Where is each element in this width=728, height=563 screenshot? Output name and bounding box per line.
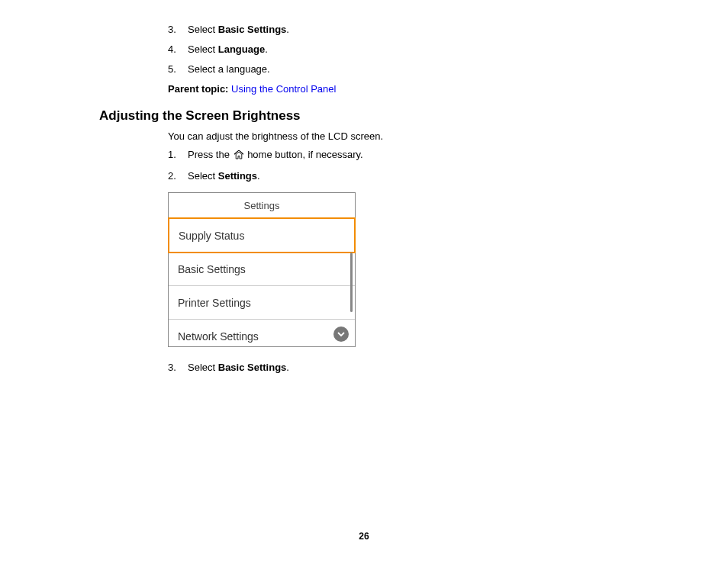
list-item: 2. Select Settings. xyxy=(168,169,636,183)
settings-screen: Settings Supply Status Basic Settings Pr… xyxy=(168,192,356,347)
intro-text: You can adjust the brightness of the LCD… xyxy=(168,130,636,142)
list-text: Select Settings. xyxy=(188,169,260,183)
settings-menu-list: Supply Status Basic Settings Printer Set… xyxy=(169,217,355,346)
scroll-down-button[interactable] xyxy=(333,327,349,342)
list-number: 5. xyxy=(168,63,188,76)
list-text: Select a language. xyxy=(188,63,270,76)
menu-item-printer-settings[interactable]: Printer Settings xyxy=(169,286,355,320)
list-item: 4. Select Language. xyxy=(168,43,636,56)
menu-item-supply-status[interactable]: Supply Status xyxy=(168,217,356,253)
parent-topic-label: Parent topic: xyxy=(168,83,228,95)
list-number: 2. xyxy=(168,169,188,183)
list-number: 3. xyxy=(168,361,188,375)
list-text: Select Basic Settings. xyxy=(188,361,289,375)
parent-topic: Parent topic: Using the Control Panel xyxy=(168,83,636,95)
previous-steps-list: 3. Select Basic Settings. 4. Select Lang… xyxy=(168,23,636,77)
menu-item-basic-settings[interactable]: Basic Settings xyxy=(169,253,355,286)
page-number: 26 xyxy=(0,531,728,542)
section-heading: Adjusting the Screen Brightness xyxy=(99,108,636,124)
steps-list: 1. Press the home button, if necessary. … xyxy=(168,148,636,183)
list-text: Press the home button, if necessary. xyxy=(188,148,363,163)
list-item: 1. Press the home button, if necessary. xyxy=(168,148,636,163)
list-item: 3. Select Basic Settings. xyxy=(168,23,636,37)
list-item: 5. Select a language. xyxy=(168,63,636,76)
list-text: Select Basic Settings. xyxy=(188,23,289,37)
list-number: 1. xyxy=(168,148,188,163)
menu-item-network-settings[interactable]: Network Settings xyxy=(169,320,355,346)
home-icon xyxy=(234,150,244,163)
list-number: 4. xyxy=(168,43,188,56)
list-number: 3. xyxy=(168,23,188,37)
scrollbar[interactable] xyxy=(350,253,353,312)
list-text: Select Language. xyxy=(188,43,268,56)
parent-topic-link[interactable]: Using the Control Panel xyxy=(231,83,336,95)
list-item: 3. Select Basic Settings. xyxy=(168,361,636,375)
settings-screen-title: Settings xyxy=(169,193,355,218)
chevron-down-icon xyxy=(337,330,346,339)
steps-list-continued: 3. Select Basic Settings. xyxy=(168,361,636,375)
